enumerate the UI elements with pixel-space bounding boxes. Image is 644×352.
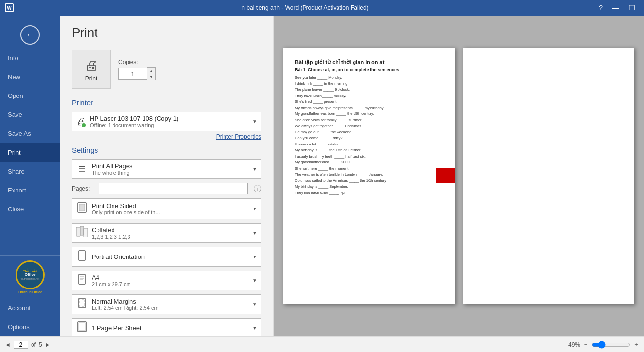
duplex-icon: [76, 202, 88, 216]
sidebar-item-print[interactable]: Print: [0, 143, 60, 162]
zoom-area: 49% － ＋: [568, 340, 639, 349]
doc-line-14: My grandmother died _____ 2000.: [295, 160, 444, 165]
doc-line-10: Can you come _____ Friday?: [295, 136, 444, 141]
pages-per-sheet-arrow: ▼: [252, 325, 257, 331]
printer-properties-link[interactable]: Printer Properties: [72, 133, 261, 140]
zoom-slider[interactable]: [592, 341, 630, 349]
pages-per-sheet-select[interactable]: 1 Page Per Sheet ▼: [72, 318, 261, 336]
sidebar-item-share[interactable]: Share: [0, 162, 60, 181]
collate-select[interactable]: Collated 1,2,3 1,2,3 1,2,3 ▼: [72, 223, 261, 243]
svg-text:W: W: [7, 5, 12, 11]
paper-size-icon: [76, 274, 88, 287]
copies-up-button[interactable]: ▲: [147, 68, 155, 74]
duplex-arrow: ▼: [252, 206, 257, 211]
orientation-info: Portrait Orientation: [92, 253, 248, 260]
pages-row: Pages: i: [72, 183, 261, 194]
doc-line-19: They met each other _____ 7pm.: [295, 191, 444, 196]
doc-line-6: My grandfather was born _____ the 19th c…: [295, 112, 444, 117]
duplex-main: Print One Sided: [92, 202, 248, 209]
pages-info-icon[interactable]: i: [254, 185, 261, 192]
svg-rect-10: [80, 226, 84, 235]
margins-select[interactable]: Normal Margins Left: 2.54 cm Right: 2.54…: [72, 294, 261, 314]
doc-line-8: We always get together _____ Christmas.: [295, 124, 444, 129]
of-label: of: [31, 341, 36, 348]
sidebar-bottom: Thủ thuật Office thuthuatoffice.net Thut…: [0, 255, 60, 336]
paper-size-select[interactable]: A4 21 cm x 29.7 cm ▼: [72, 271, 261, 290]
printer-device-icon: 🖨: [76, 116, 86, 127]
doc-line-17: Columbus sailed to the Americas _____ th…: [295, 178, 444, 184]
pages-per-sheet-info: 1 Page Per Sheet: [92, 324, 248, 332]
duplex-select[interactable]: Print One Sided Only print on one side o…: [72, 198, 261, 219]
print-btn-area: 🖨 Print Copies: ▲ ▼: [72, 50, 261, 89]
minimize-button[interactable]: —: [609, 0, 623, 16]
next-page-button[interactable]: ►: [45, 341, 51, 348]
orientation-icon: [76, 250, 88, 263]
margins-sub: Left: 2.54 cm Right: 2.54 cm: [92, 305, 248, 311]
bottom-bar: ◄ of 5 ► 49% － ＋: [0, 336, 644, 352]
doc-line-18: My birthday is _____ September.: [295, 184, 444, 190]
print-button[interactable]: 🖨 Print: [72, 50, 111, 89]
collate-icon: [76, 226, 88, 240]
paper-size-info: A4 21 cm x 29.7 cm: [92, 274, 248, 287]
orientation-arrow: ▼: [252, 254, 257, 259]
printer-info: HP Laser 103 107 108 (Copy 1) Offline: 1…: [90, 115, 248, 128]
svg-rect-18: [79, 300, 85, 306]
sidebar-item-info[interactable]: Info: [0, 48, 60, 67]
printer-status-dot: [81, 122, 87, 128]
svg-marker-21: [436, 161, 455, 190]
duplex-info: Print One Sided Only print on one side o…: [92, 202, 248, 215]
red-arrow: [436, 161, 455, 190]
print-title: Print: [72, 25, 261, 40]
duplex-sub: Only print on one side of th...: [92, 209, 248, 215]
doc-subtitle: Bài 1: Choose at, in, on to complete the…: [295, 67, 444, 72]
title-bar: W in bai tieng anh - Word (Product Activ…: [0, 0, 644, 16]
restore-button[interactable]: ❐: [625, 0, 639, 16]
pages-per-sheet-main: 1 Page Per Sheet: [92, 324, 248, 332]
copies-input-wrap: ▲ ▼: [118, 67, 156, 80]
sidebar-item-open[interactable]: Open: [0, 86, 60, 105]
doc-line-2: The plane leaves _____ 9 o'clock.: [295, 87, 444, 93]
copies-input[interactable]: [118, 68, 147, 80]
paper-size-sub: 21 cm x 29.7 cm: [92, 281, 248, 287]
svg-rect-19: [78, 322, 86, 332]
zoom-increase-icon[interactable]: ＋: [633, 340, 639, 349]
preview-area: Bài tập giới từ chỉ thời gian in on at B…: [274, 16, 644, 336]
logo-text: ThuthuatOffice: [18, 290, 42, 294]
paper-size-arrow: ▼: [252, 278, 257, 283]
copies-down-button[interactable]: ▼: [147, 74, 155, 80]
printer-icon: 🖨: [84, 57, 98, 73]
collate-arrow: ▼: [252, 230, 257, 236]
sidebar-item-export[interactable]: Export: [0, 181, 60, 200]
orientation-select[interactable]: Portrait Orientation ▼: [72, 247, 261, 267]
printer-select[interactable]: 🖨 HP Laser 103 107 108 (Copy 1) Offline:…: [72, 112, 261, 131]
page-preview-2: [463, 48, 634, 304]
sidebar-item-close[interactable]: Close: [0, 200, 60, 219]
zoom-decrease-icon[interactable]: －: [583, 340, 589, 349]
margins-icon: [76, 298, 88, 311]
sidebar-item-new[interactable]: New: [0, 67, 60, 86]
sidebar-item-save[interactable]: Save: [0, 105, 60, 124]
svg-rect-9: [76, 227, 80, 236]
doc-line-9: He may go out _____ the weekend.: [295, 130, 444, 135]
doc-title: Bài tập giới từ chỉ thời gian in on at: [295, 59, 444, 65]
settings-section-title: Settings: [72, 146, 261, 154]
print-range-sub: The whole thing: [92, 170, 248, 176]
pages-input[interactable]: [99, 183, 248, 194]
prev-page-button[interactable]: ◄: [5, 341, 11, 348]
back-button[interactable]: ←: [20, 25, 40, 45]
doc-line-4: She's tired _____ present.: [295, 99, 444, 105]
current-page-input[interactable]: [14, 341, 28, 349]
print-range-select[interactable]: ☰ Print All Pages The whole thing ▼: [72, 159, 261, 179]
printer-dropdown-arrow: ▼: [252, 119, 257, 124]
svg-rect-13: [79, 274, 85, 284]
svg-rect-20: [79, 323, 85, 331]
window-controls: ? — ❐: [595, 0, 639, 16]
sidebar-item-options[interactable]: Options: [0, 318, 60, 336]
page-preview-1: Bài tập giới từ chỉ thời gian in on at B…: [283, 48, 455, 304]
print-range-arrow: ▼: [252, 166, 257, 172]
sidebar-item-save-as[interactable]: Save As: [0, 124, 60, 143]
help-button[interactable]: ?: [595, 0, 607, 16]
paper-size-main: A4: [92, 274, 248, 281]
sidebar-item-account[interactable]: Account: [0, 299, 60, 318]
svg-rect-11: [84, 228, 88, 237]
